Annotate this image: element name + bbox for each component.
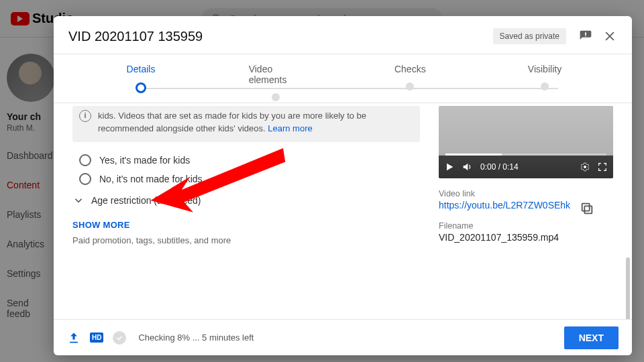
video-link-label: Video link <box>439 189 613 198</box>
upload-video-dialog: VID 20201107 135959 Saved as private Det… <box>54 16 632 355</box>
show-more-button[interactable]: SHOW MORE <box>72 220 420 230</box>
step-label: Details <box>127 64 156 74</box>
step-label: Video elements <box>249 64 303 85</box>
show-more-subtitle: Paid promotion, tags, subtitles, and mor… <box>72 235 420 245</box>
age-restriction-accordion[interactable]: Age restriction (advanced) <box>72 194 420 206</box>
step-label: Visibility <box>528 64 561 74</box>
video-preview[interactable]: 0:00 / 0:14 <box>439 106 613 178</box>
volume-icon[interactable] <box>462 162 472 172</box>
fullscreen-icon[interactable] <box>597 162 608 172</box>
hd-badge-icon: HD <box>90 333 103 343</box>
step-video-elements[interactable]: Video elements <box>249 64 303 101</box>
close-icon[interactable] <box>602 29 617 44</box>
step-checks[interactable]: Checks <box>383 64 437 101</box>
radio-made-for-kids-no[interactable]: No, it's not made for kids <box>79 173 420 185</box>
video-time: 0:00 / 0:14 <box>480 162 519 172</box>
dialog-title: VID 20201107 135959 <box>68 29 493 44</box>
processing-status: Checking 8% ... 5 minutes left <box>138 333 254 343</box>
filename-label: Filename <box>439 221 613 231</box>
step-visibility[interactable]: Visibility <box>518 64 572 101</box>
upload-stepper: Details Video elements Checks Visibility <box>54 54 632 103</box>
dialog-scrollbar[interactable] <box>626 257 630 319</box>
step-details[interactable]: Details <box>114 64 168 101</box>
details-form: i kids. Videos that are set as made for … <box>72 106 420 312</box>
step-dot-icon <box>136 82 146 93</box>
radio-made-for-kids-yes[interactable]: Yes, it's made for kids <box>79 154 420 166</box>
filename-value: VID_20201107_135959.mp4 <box>439 232 613 243</box>
play-icon[interactable] <box>444 162 455 172</box>
info-text: kids. Videos that are set as made for ki… <box>98 111 366 133</box>
dialog-header: VID 20201107 135959 Saved as private <box>54 16 632 54</box>
copy-link-icon[interactable] <box>580 201 594 216</box>
step-label: Checks <box>394 64 426 74</box>
age-restriction-label: Age restriction (advanced) <box>91 195 201 206</box>
video-controls: 0:00 / 0:14 <box>439 156 613 178</box>
radio-unchecked-icon <box>79 154 91 166</box>
dialog-footer: HD Checking 8% ... 5 minutes left NEXT <box>54 319 632 355</box>
settings-gear-icon[interactable] <box>580 162 590 172</box>
chevron-down-icon <box>72 194 85 206</box>
step-dot-icon <box>406 82 414 90</box>
save-status-chip: Saved as private <box>493 28 566 44</box>
svg-rect-6 <box>584 206 592 213</box>
radio-unchecked-icon <box>79 173 91 185</box>
svg-rect-7 <box>582 204 590 211</box>
info-icon: i <box>79 110 91 122</box>
upload-arrow-icon <box>67 331 80 345</box>
step-dot-icon <box>541 82 549 90</box>
learn-more-link[interactable]: Learn more <box>268 123 312 133</box>
svg-point-5 <box>584 166 586 168</box>
svg-marker-4 <box>447 164 453 171</box>
radio-label: Yes, it's made for kids <box>99 155 190 166</box>
made-for-kids-info: i kids. Videos that are set as made for … <box>72 106 420 142</box>
video-preview-panel: 0:00 / 0:14 Video link https://youtu.be/… <box>439 106 613 312</box>
step-dot-icon <box>272 93 280 101</box>
radio-label: No, it's not made for kids <box>99 174 203 184</box>
check-status-icon <box>113 331 126 345</box>
feedback-icon[interactable] <box>578 29 593 44</box>
next-button[interactable]: NEXT <box>564 326 619 349</box>
